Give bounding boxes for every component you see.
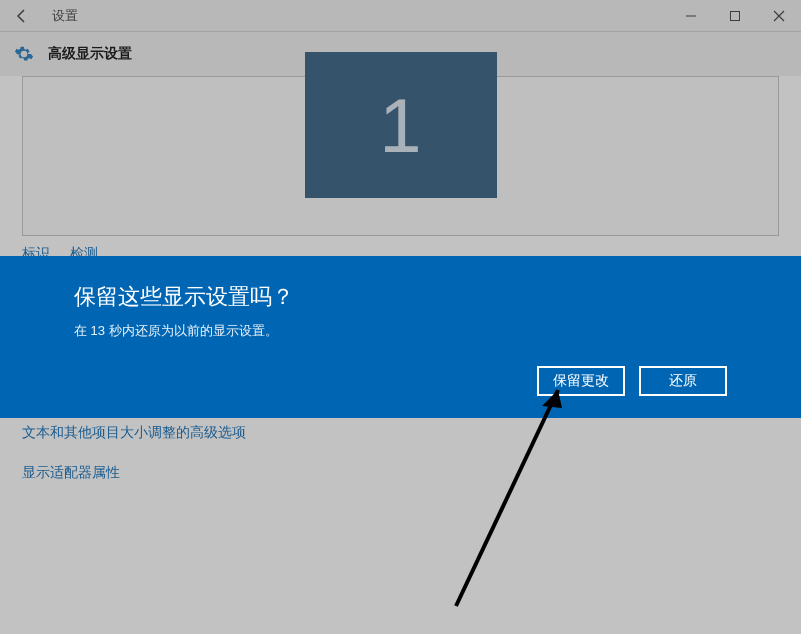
- close-icon: [773, 10, 785, 22]
- display-preview-area: 1: [22, 76, 779, 236]
- related-link-adapter-properties[interactable]: 显示适配器属性: [22, 464, 779, 482]
- minimize-icon: [685, 10, 697, 22]
- confirm-display-dialog: 保留这些显示设置吗？ 在 13 秒内还原为以前的显示设置。 保留更改 还原: [0, 256, 801, 418]
- page-title: 高级显示设置: [48, 45, 132, 63]
- titlebar: 设置: [0, 0, 801, 32]
- minimize-button[interactable]: [669, 0, 713, 32]
- related-link-text-scaling[interactable]: 文本和其他项目大小调整的高级选项: [22, 424, 779, 442]
- monitor-1[interactable]: 1: [305, 52, 497, 198]
- revert-button[interactable]: 还原: [639, 366, 727, 396]
- monitor-number: 1: [379, 82, 421, 169]
- maximize-button[interactable]: [713, 0, 757, 32]
- arrow-left-icon: [14, 8, 30, 24]
- back-button[interactable]: [0, 0, 44, 32]
- svg-rect-1: [731, 11, 740, 20]
- dialog-subtitle: 在 13 秒内还原为以前的显示设置。: [74, 322, 727, 340]
- close-button[interactable]: [757, 0, 801, 32]
- window-controls: [669, 0, 801, 32]
- maximize-icon: [729, 10, 741, 22]
- window-title: 设置: [52, 7, 78, 25]
- keep-changes-button[interactable]: 保留更改: [537, 366, 625, 396]
- dialog-buttons: 保留更改 还原: [537, 366, 727, 396]
- gear-icon: [14, 44, 34, 64]
- dialog-title: 保留这些显示设置吗？: [74, 282, 727, 312]
